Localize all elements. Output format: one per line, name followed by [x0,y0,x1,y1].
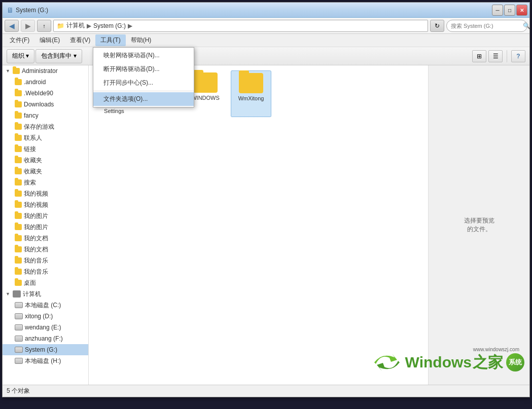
sidebar-item-my-music1[interactable]: 我的音乐 [3,255,88,266]
sidebar-label-fancy: fancy [24,112,39,119]
organize-button[interactable]: 组织 ▾ [7,49,34,63]
sidebar-label-desktop: 桌面 [24,279,36,287]
sidebar-item-android[interactable]: .android [3,77,88,88]
sidebar-item-drive-e[interactable]: wendang (E:) [3,322,88,333]
window-title: System (G:) [16,7,48,14]
sidebar-label-favorites2: 收藏夹 [24,167,42,176]
dropdown-item-sync-center[interactable]: 打开同步中心(S)... [93,76,194,90]
refresh-button[interactable]: ↻ [430,20,444,32]
sidebar-item-fancy[interactable]: fancy [3,110,88,121]
drive-icon-d [15,313,23,319]
dropdown-item-folder-options[interactable]: 文件夹选项(O)... [93,92,194,106]
sidebar-label-downloads: Downloads [24,101,54,108]
computer-expand-arrow: ▼ [6,291,11,296]
folder-icon-favorites2 [15,168,22,174]
sidebar-label-drive-e: wendang (E:) [25,324,61,331]
sidebar-item-links[interactable]: 链接 [3,143,88,155]
breadcrumb-computer[interactable]: 计算机 [66,21,85,30]
help-icon: ? [516,53,520,60]
search-box[interactable]: 🔍 [446,20,527,32]
sidebar-item-favorites2[interactable]: 收藏夹 [3,166,88,177]
organize-label: 组织 ▾ [12,52,29,60]
computer-icon [13,290,21,298]
sidebar-item-favorites1[interactable]: 收藏夹 [3,155,88,166]
folder-icon-webide [15,90,22,96]
menu-tools[interactable]: 工具(T) [95,34,125,46]
folder-icon-contacts [15,135,22,141]
breadcrumb[interactable]: 📁 计算机 ▶ System (G:) ▶ [53,20,428,32]
view-icons-icon: ⊞ [477,53,482,60]
back-button[interactable]: ◀ [5,20,19,32]
sidebar-item-my-docs1[interactable]: 我的文档 [3,233,88,244]
sidebar-item-drive-h[interactable]: 本地磁盘 (H:) [3,355,88,366]
sidebar-label-my-video2: 我的视频 [24,201,48,209]
folder-icon-my-pictures1 [15,213,22,219]
sidebar-item-drive-f[interactable]: anzhuang (F:) [3,333,88,344]
back-icon: ◀ [9,22,15,30]
sidebar-item-desktop[interactable]: 桌面 [3,277,88,288]
file-label-wmxitong: WmXitong [238,95,264,102]
up-icon: ↑ [43,23,46,29]
main-content: ▼ Administrator .android .WebIde90 Downl… [3,65,529,385]
menu-edit[interactable]: 编辑(E) [34,34,65,46]
folder-icon-administrator [13,68,20,74]
search-icon: 🔍 [523,22,530,29]
sidebar-item-my-video1[interactable]: 我的视频 [3,188,88,199]
sidebar-label-links: 链接 [24,145,36,154]
file-item-wmxitong[interactable]: WmXitong [231,70,271,117]
view-icons-button[interactable]: ⊞ [472,50,486,62]
sidebar-item-label-administrator: Administrator [22,67,58,75]
folder-icon-my-docs2 [15,246,22,252]
sidebar-item-my-pictures2[interactable]: 我的图片 [3,221,88,233]
sidebar-item-my-docs2[interactable]: 我的文档 [3,244,88,255]
dropdown-item-disconnect-drive[interactable]: 断开网络驱动器(D)... [93,62,194,76]
sidebar-item-my-music2[interactable]: 我的音乐 [3,266,88,277]
sidebar-item-computer[interactable]: ▼ 计算机 [3,288,88,300]
status-bar: 5 个对象 [3,385,529,397]
sidebar-label-android: .android [24,79,46,86]
forward-button[interactable]: ▶ [21,20,35,32]
sidebar-item-drive-g[interactable]: System (G:) [3,344,88,355]
folder-icon-fancy [15,113,22,119]
sidebar-label-my-video1: 我的视频 [24,190,48,198]
up-button[interactable]: ↑ [37,20,51,32]
search-input[interactable] [451,23,521,29]
breadcrumb-separator: ▶ [87,22,91,29]
menu-file[interactable]: 文件(F) [5,34,34,46]
sidebar-item-downloads[interactable]: Downloads [3,99,88,110]
sidebar-label-webide: .WebIde90 [24,90,53,97]
help-button[interactable]: ? [511,50,525,62]
menu-view[interactable]: 查看(V) [65,34,95,46]
sidebar-label-my-pictures2: 我的图片 [24,223,48,232]
sidebar-label-drive-g: System (G:) [25,346,57,353]
sidebar-item-contacts[interactable]: 联系人 [3,132,88,143]
main-window: 🖥 System (G:) ─ □ ✕ ◀ ▶ ↑ 📁 计算机 ▶ System… [2,2,530,397]
file-area: DocumentsandSettings ProgramFiles WINDOW… [89,65,529,385]
sidebar-item-administrator[interactable]: ▼ Administrator [3,65,88,77]
folder-icon-my-pictures2 [15,224,22,230]
sidebar-item-my-video2[interactable]: 我的视频 [3,199,88,210]
toolbar-right: ⊞ ☰ ? [472,50,525,62]
sidebar-item-drive-c[interactable]: 本地磁盘 (C:) [3,300,88,311]
sidebar-item-search[interactable]: 搜索 [3,177,88,188]
sidebar-item-my-pictures1[interactable]: 我的图片 [3,210,88,221]
folder-icon-favorites1 [15,157,22,163]
toolbar-separator [507,50,507,62]
sidebar-label-computer: 计算机 [23,290,41,299]
view-details-button[interactable]: ☰ [488,50,503,62]
sidebar-item-saved-games[interactable]: 保存的游戏 [3,121,88,132]
sidebar-label-my-docs1: 我的文档 [24,234,48,243]
sidebar-label-my-docs2: 我的文档 [24,245,48,254]
menu-help[interactable]: 帮助(H) [126,34,157,46]
close-button[interactable]: ✕ [516,5,527,16]
folder-icon-my-docs1 [15,235,22,241]
sidebar-item-webide[interactable]: .WebIde90 [3,88,88,99]
minimize-button[interactable]: ─ [492,5,503,16]
menu-bar: 文件(F) 编辑(E) 查看(V) 工具(T) 帮助(H) [3,34,529,47]
breadcrumb-current[interactable]: System (G:) [93,22,126,29]
include-in-library-button[interactable]: 包含到库中 ▾ [36,49,82,63]
sidebar-item-drive-d[interactable]: xitong (D:) [3,311,88,322]
dropdown-item-map-drive[interactable]: 映射网络驱动器(N)... [93,49,194,62]
drive-icon-e [15,324,23,330]
maximize-button[interactable]: □ [504,5,515,16]
